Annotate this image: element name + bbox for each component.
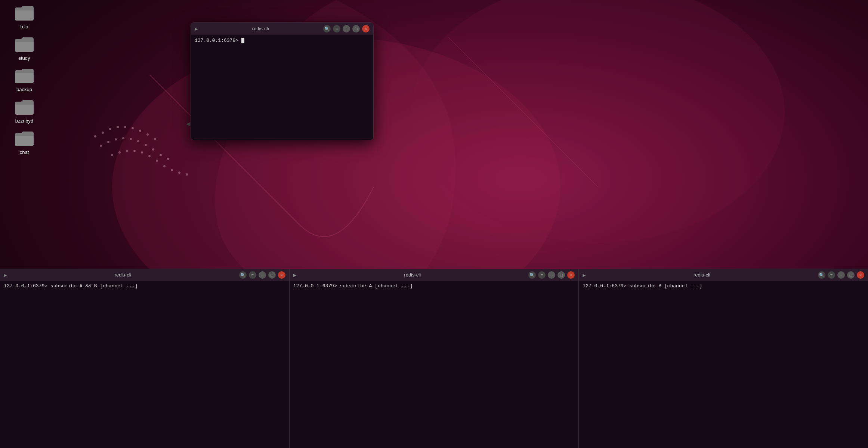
- svg-point-10: [154, 138, 156, 140]
- desktop-icon-study[interactable]: study: [7, 35, 41, 61]
- minimize-button-bottom-left[interactable]: −: [259, 271, 266, 279]
- cursor-top: [241, 38, 244, 43]
- maximize-button-bottom-right[interactable]: □: [847, 271, 855, 279]
- terminal-window-bottom-left: ▶ redis-cli 🔍 ≡ − □ × 127.0.0.1:6379> su…: [0, 269, 289, 448]
- maximize-button-bottom-middle[interactable]: □: [557, 271, 565, 279]
- svg-point-1: [411, 0, 785, 243]
- svg-point-23: [126, 150, 128, 152]
- desktop-icon-bzznbyd[interactable]: bzznbyd: [7, 98, 41, 124]
- svg-point-4: [109, 128, 111, 130]
- svg-point-8: [139, 130, 141, 132]
- titlebar-left-top: ▶: [195, 26, 198, 32]
- search-button-bottom-left[interactable]: 🔍: [239, 271, 247, 279]
- folder-icon-bzznbyd: [13, 98, 35, 117]
- folder-icon-backup: [13, 67, 35, 85]
- titlebar-controls-bottom-right: 🔍 ≡ − □ ×: [818, 271, 864, 279]
- svg-point-13: [115, 138, 117, 140]
- icon-label-backup: backup: [16, 87, 32, 92]
- terminal-icon-bottom-right: ▶: [583, 272, 586, 278]
- svg-point-15: [130, 138, 132, 140]
- icon-label-bzznbyd: bzznbyd: [15, 118, 33, 124]
- titlebar-left-bottom-left: ▶: [4, 272, 7, 278]
- sidebar-arrow[interactable]: ◀: [186, 120, 190, 128]
- desktop-icon-backup[interactable]: backup: [7, 67, 41, 92]
- prompt-bottom-middle: 127.0.0.1:6379>: [293, 283, 340, 289]
- svg-point-25: [141, 151, 143, 154]
- terminal-command-bottom-right: 127.0.0.1:6379> subscribe B [channel ...…: [583, 283, 864, 289]
- icon-label-study: study: [18, 55, 30, 61]
- terminal-title-bottom-right: redis-cli: [694, 272, 710, 278]
- close-button-bottom-left[interactable]: ×: [278, 271, 285, 279]
- minimize-button-top[interactable]: −: [343, 25, 350, 33]
- close-button-bottom-right[interactable]: ×: [857, 271, 864, 279]
- terminal-prompt-top: 127.0.0.1:6379>: [195, 38, 370, 43]
- svg-point-12: [107, 141, 109, 143]
- command-bottom-right: subscribe B [channel ...]: [629, 283, 702, 289]
- search-button-bottom-right[interactable]: 🔍: [818, 271, 825, 279]
- svg-point-20: [167, 158, 169, 160]
- terminal-titlebar-top: ▶ redis-cli 🔍 ≡ − □ ×: [191, 23, 373, 35]
- terminal-title-bottom-left: redis-cli: [115, 272, 132, 278]
- menu-button-bottom-right[interactable]: ≡: [828, 271, 835, 279]
- search-button-bottom-middle[interactable]: 🔍: [528, 271, 536, 279]
- desktop: b.io study backup: [0, 0, 868, 448]
- icon-label-bio: b.io: [21, 24, 28, 30]
- command-bottom-middle: subscribe A [channel ...]: [340, 283, 413, 289]
- svg-point-6: [124, 126, 126, 128]
- terminal-title-top: redis-cli: [252, 26, 269, 31]
- svg-point-21: [111, 154, 113, 156]
- titlebar-center-bottom-middle: redis-cli: [296, 272, 528, 278]
- terminal-body-bottom-right: 127.0.0.1:6379> subscribe B [channel ...…: [579, 281, 868, 448]
- maximize-button-top[interactable]: □: [352, 25, 360, 33]
- folder-icon-bio: [13, 4, 35, 22]
- terminal-body-bottom-left: 127.0.0.1:6379> subscribe A && B [channe…: [0, 281, 289, 448]
- terminal-window-bottom-right: ▶ redis-cli 🔍 ≡ − □ × 127.0.0.1:6379> su…: [578, 269, 868, 448]
- svg-point-16: [137, 140, 139, 142]
- terminal-icon-bottom-left: ▶: [4, 272, 7, 278]
- menu-button-bottom-middle[interactable]: ≡: [538, 271, 546, 279]
- svg-point-26: [148, 155, 151, 157]
- minimize-button-bottom-middle[interactable]: −: [548, 271, 555, 279]
- svg-point-27: [156, 160, 158, 162]
- close-button-bottom-middle[interactable]: ×: [567, 271, 575, 279]
- desktop-icon-bio[interactable]: b.io: [7, 4, 41, 30]
- terminal-body-top: 127.0.0.1:6379>: [191, 35, 373, 140]
- svg-point-30: [178, 172, 180, 174]
- titlebar-center-top: redis-cli: [198, 25, 323, 32]
- terminal-icon-bottom-middle: ▶: [293, 272, 296, 278]
- desktop-icon-chat[interactable]: chat: [7, 129, 41, 155]
- search-button-top[interactable]: 🔍: [323, 25, 331, 33]
- menu-button-top[interactable]: ≡: [333, 25, 340, 33]
- folder-icon-chat: [13, 129, 35, 148]
- titlebar-controls-bottom-left: 🔍 ≡ − □ ×: [239, 271, 285, 279]
- titlebar-center-bottom-right: redis-cli: [586, 272, 818, 278]
- icon-label-chat: chat: [20, 149, 29, 155]
- svg-point-5: [117, 126, 119, 128]
- folder-icon-study: [13, 35, 35, 54]
- svg-point-14: [122, 137, 124, 139]
- titlebar-controls-top: 🔍 ≡ − □ ×: [323, 25, 370, 33]
- maximize-button-bottom-left[interactable]: □: [268, 271, 276, 279]
- close-button-top[interactable]: ×: [362, 25, 370, 33]
- svg-point-7: [132, 127, 134, 129]
- terminal-window-top: ▶ redis-cli 🔍 ≡ − □ × 127.0.0.1:6379>: [191, 22, 374, 140]
- minimize-button-bottom-right[interactable]: −: [837, 271, 845, 279]
- terminal-body-bottom-middle: 127.0.0.1:6379> subscribe A [channel ...…: [290, 281, 579, 448]
- prompt-text-top: 127.0.0.1:6379>: [195, 38, 241, 43]
- svg-point-3: [102, 132, 104, 134]
- command-bottom-left: subscribe A && B [channel ...]: [50, 283, 138, 289]
- menu-button-bottom-left[interactable]: ≡: [249, 271, 256, 279]
- titlebar-left-bottom-middle: ▶: [293, 272, 296, 278]
- terminal-titlebar-bottom-right: ▶ redis-cli 🔍 ≡ − □ ×: [579, 269, 868, 281]
- svg-point-31: [186, 173, 188, 176]
- prompt-bottom-left: 127.0.0.1:6379>: [4, 283, 50, 289]
- titlebar-left-bottom-right: ▶: [583, 272, 586, 278]
- titlebar-center-bottom-left: redis-cli: [7, 272, 239, 278]
- svg-point-29: [171, 169, 173, 171]
- terminal-titlebar-bottom-middle: ▶ redis-cli 🔍 ≡ − □ ×: [290, 269, 579, 281]
- svg-point-17: [145, 144, 147, 146]
- terminal-window-bottom-middle: ▶ redis-cli 🔍 ≡ − □ × 127.0.0.1:6379> su…: [289, 269, 579, 448]
- svg-point-19: [160, 154, 162, 156]
- terminal-titlebar-bottom-left: ▶ redis-cli 🔍 ≡ − □ ×: [0, 269, 289, 281]
- terminal-command-bottom-left: 127.0.0.1:6379> subscribe A && B [channe…: [4, 283, 285, 289]
